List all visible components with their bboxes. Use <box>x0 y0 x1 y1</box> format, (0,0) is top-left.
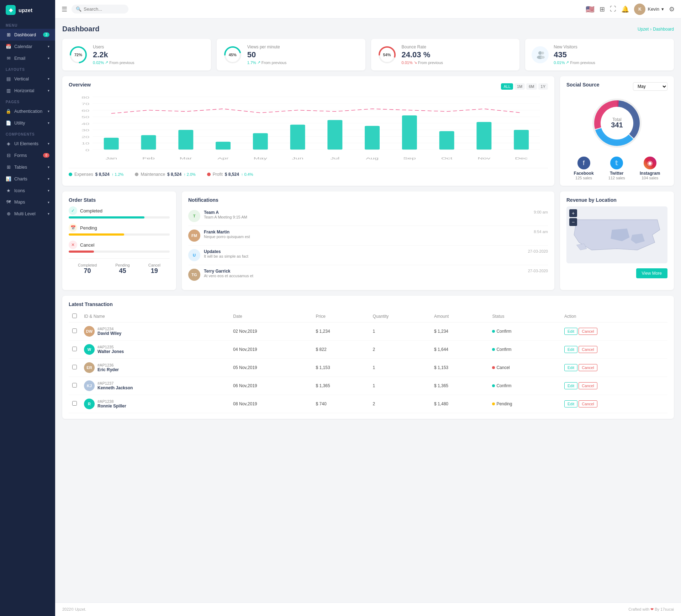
grid-icon[interactable]: ⊞ <box>600 5 605 13</box>
sidebar-item-label: Email <box>14 56 25 61</box>
status-dot <box>492 384 495 387</box>
sidebar-item-charts[interactable]: 📊 Charts ▾ <box>0 173 55 185</box>
calendar-icon: 📅 <box>6 44 11 49</box>
svg-point-8 <box>541 52 544 54</box>
cancel-button[interactable]: Cancel <box>579 328 597 335</box>
sidebar-item-forms[interactable]: ⊟ Forms 8 <box>0 149 55 161</box>
social-item-twitter: 𝕥 Twitter 112 sales <box>608 157 625 180</box>
row-checkbox[interactable] <box>72 383 77 388</box>
instagram-icon: ◉ <box>644 157 656 169</box>
notif-body: Terry Garrick At vero eos et accusamus e… <box>204 269 524 278</box>
row-checkbox[interactable] <box>72 401 77 406</box>
stat-change: 1.7% ↗ From previous <box>247 60 286 65</box>
topbar: ☰ 🔍 🇺🇸 ⊞ ⛶ 🔔 K Kevin ▾ ⚙ <box>55 0 681 19</box>
row-checkbox[interactable] <box>72 347 77 351</box>
edit-button[interactable]: Edit <box>564 382 577 389</box>
svg-point-9 <box>540 56 545 59</box>
sidebar-item-utility[interactable]: 📄 Utility ▾ <box>0 117 55 129</box>
sidebar-item-vertical[interactable]: ▤ Vertical ▾ <box>0 73 55 85</box>
view-more-button[interactable]: View More <box>636 268 667 278</box>
cancel-button[interactable]: Cancel <box>579 400 597 407</box>
stat-value: 24.03 % <box>402 50 443 59</box>
notif-time: 27-03-2020 <box>528 249 548 253</box>
cancel-button[interactable]: Cancel <box>579 382 597 389</box>
chevron-down-icon: ▾ <box>48 56 49 60</box>
chevron-down-icon: ▾ <box>48 200 49 204</box>
notif-time: 8:54 am <box>534 230 548 234</box>
metric-change: ↑ 1.2% <box>112 172 124 177</box>
order-bar-track <box>69 233 170 236</box>
twitter-icon: 𝕥 <box>610 157 623 169</box>
month-select[interactable]: JanuaryFebruaryMarchAprilMayJuneJulyAugu… <box>633 82 667 91</box>
sidebar-item-maps[interactable]: 🗺 Maps ▾ <box>0 196 55 208</box>
notification-icon[interactable]: 🔔 <box>621 5 629 13</box>
edit-button[interactable]: Edit <box>564 400 577 407</box>
menu-toggle-icon[interactable]: ☰ <box>62 5 67 13</box>
period-btn-1y[interactable]: 1Y <box>538 83 548 90</box>
row-checkbox[interactable] <box>72 365 77 369</box>
edit-button[interactable]: Edit <box>564 364 577 371</box>
cancel-button[interactable]: Cancel <box>579 346 597 353</box>
cell-amount: $ 1,480 <box>431 395 489 413</box>
overview-card: Overview ALL 1M 6M 1Y 01020304050607080J… <box>62 76 554 186</box>
period-buttons: ALL 1M 6M 1Y <box>501 83 548 90</box>
cancel-button[interactable]: Cancel <box>579 364 597 371</box>
select-all-checkbox[interactable] <box>72 314 77 318</box>
order-stat-label: Cancel <box>148 263 160 267</box>
svg-text:Oct: Oct <box>441 156 453 160</box>
metric-value: $ 8,524 <box>167 172 181 177</box>
footer-right: Crafted with ❤ By 17sucai <box>628 607 674 612</box>
cell-amount: $ 1,234 <box>431 322 489 341</box>
stat-info: Bounce Rate 24.03 % 0.01% ↘ From previou… <box>402 44 443 65</box>
completed-icon: ✓ <box>69 206 77 215</box>
search-icon: 🔍 <box>76 6 81 12</box>
svg-text:80: 80 <box>81 95 90 99</box>
period-btn-all[interactable]: ALL <box>501 83 513 90</box>
col-amount: Amount <box>431 311 489 322</box>
sidebar-item-dashboard[interactable]: ⊞ Dashboard 3 <box>0 29 55 41</box>
map-zoom-out[interactable]: − <box>569 218 577 226</box>
facebook-name: Facebook <box>574 171 594 176</box>
cell-id-name: KJ #AP1237 Kenneth Jackson <box>80 377 229 395</box>
period-btn-1m[interactable]: 1M <box>514 83 525 90</box>
sidebar-item-tables[interactable]: ⊞ Tables ▾ <box>0 161 55 173</box>
map-zoom-in[interactable]: + <box>569 209 577 217</box>
sidebar-item-multi-level[interactable]: ⊕ Multi Level ▾ <box>0 208 55 220</box>
user-chevron-icon: ▾ <box>661 6 664 12</box>
period-btn-6m[interactable]: 6M <box>526 83 537 90</box>
edit-button[interactable]: Edit <box>564 346 577 353</box>
multilevel-icon: ⊕ <box>6 211 11 216</box>
sidebar-item-calendar[interactable]: 📅 Calendar ▾ <box>0 41 55 52</box>
cell-date: 08 Nov,2019 <box>229 395 312 413</box>
notif-msg: Team A Meeting 9:15 AM <box>204 215 530 219</box>
social-source-title: Social Source <box>566 82 600 88</box>
stat-label: Bounce Rate <box>402 44 443 49</box>
row-avatar: W <box>84 344 95 355</box>
order-stat-value: 45 <box>115 267 130 275</box>
settings-icon[interactable]: ⚙ <box>669 5 675 13</box>
instagram-sales: 104 sales <box>640 176 660 180</box>
sidebar-item-ui-elements[interactable]: ◈ UI Elements ▾ <box>0 138 55 149</box>
stat-pct: 72% <box>74 53 82 57</box>
svg-text:Jun: Jun <box>292 156 303 160</box>
cell-id: #AP1237 <box>97 381 133 385</box>
svg-text:Nov: Nov <box>477 156 490 160</box>
edit-button[interactable]: Edit <box>564 328 577 335</box>
donut-svg: Total 341 <box>588 95 645 152</box>
cell-id: #AP1236 <box>97 363 119 367</box>
svg-rect-36 <box>253 133 268 149</box>
notifications-title: Notifications <box>188 197 548 203</box>
sidebar-item-horizontal[interactable]: ▥ Horizontal ▾ <box>0 85 55 96</box>
sidebar-item-authentication[interactable]: 🔒 Authentication ▾ <box>0 105 55 117</box>
row-checkbox[interactable] <box>72 328 77 333</box>
chevron-down-icon: ▾ <box>48 177 49 181</box>
svg-text:Apr: Apr <box>217 156 228 160</box>
fullscreen-icon[interactable]: ⛶ <box>610 5 616 13</box>
sidebar-item-icons[interactable]: ★ Icons ▾ <box>0 185 55 196</box>
svg-text:Dec: Dec <box>515 156 528 160</box>
sidebar-item-email[interactable]: ✉ Email ▾ <box>0 52 55 64</box>
search-input[interactable] <box>84 6 123 12</box>
svg-rect-48 <box>476 122 491 150</box>
user-menu[interactable]: K Kevin ▾ <box>634 4 664 15</box>
table-row: DW #AP1234 David Wiley 02 Nov,2019 $ 1,2… <box>69 322 667 341</box>
